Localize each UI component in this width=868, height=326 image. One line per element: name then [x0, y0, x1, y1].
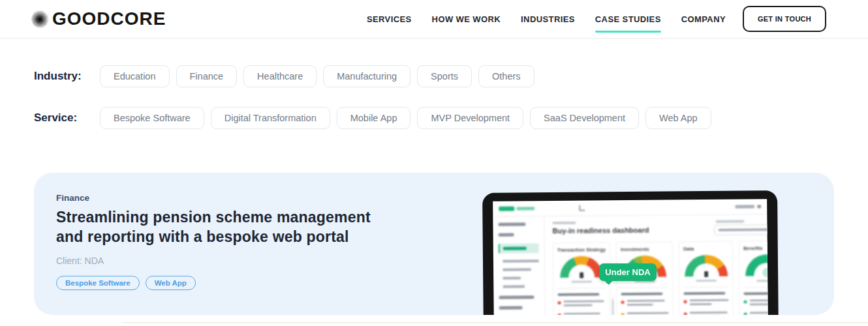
line	[690, 303, 712, 305]
chevron-down-icon	[757, 205, 761, 208]
industry-chip-others[interactable]: Others	[478, 65, 535, 87]
list-item	[744, 299, 768, 308]
industry-chip-manufacturing[interactable]: Manufacturing	[323, 65, 411, 87]
dashboard-heading: Buy-in readiness dashboard	[553, 226, 649, 235]
laptop-mockup: Buy-in readiness dashboard	[482, 190, 779, 315]
gauge-caption	[571, 281, 592, 283]
service-chip-saas-development[interactable]: SaaS Development	[530, 107, 639, 129]
nav-item-company[interactable]: COMPANY	[681, 14, 726, 24]
list-item-lines	[564, 312, 606, 315]
list-item	[684, 299, 729, 308]
goodcore-logo[interactable]: GOODCORE	[31, 8, 166, 29]
sidebar-subline	[503, 268, 531, 271]
line	[750, 312, 768, 314]
industry-chips: Education Finance Healthcare Manufacturi…	[100, 65, 535, 87]
dashboard-search-block	[715, 220, 768, 235]
red-bullet-icon	[558, 301, 561, 304]
sidebar-subline	[503, 259, 539, 262]
service-filter-row: Service: Bespoke Software Digital Transf…	[34, 107, 711, 129]
list-item-lines	[750, 299, 768, 308]
list-heading-placeholder	[621, 293, 663, 296]
industry-chip-healthcare[interactable]: Healthcare	[243, 65, 317, 87]
green-bullet-icon	[744, 300, 747, 303]
tag-bespoke-software[interactable]: Bespoke Software	[56, 276, 140, 290]
list-item-lines	[627, 312, 669, 315]
industry-chip-sports[interactable]: Sports	[417, 65, 472, 87]
gauge-value	[580, 273, 583, 278]
gauge-caption	[696, 280, 717, 282]
site-header: GOODCORE SERVICES HOW WE WORK INDUSTRIES…	[0, 0, 868, 39]
orange-bullet-icon	[621, 313, 625, 315]
list-item	[684, 312, 729, 315]
list-item	[557, 300, 606, 308]
list-item	[621, 299, 669, 308]
nav-item-how-we-work[interactable]: HOW WE WORK	[432, 14, 501, 24]
list-item	[621, 312, 669, 315]
list-item-lines	[750, 312, 768, 315]
search-text-placeholder	[719, 228, 768, 231]
tag-web-app[interactable]: Web App	[146, 276, 196, 290]
divider	[557, 288, 606, 289]
gauge-caption	[756, 280, 768, 282]
sidebar-line	[499, 233, 514, 237]
divider	[684, 287, 729, 288]
list-item	[744, 312, 768, 315]
gauge-card-title: Data	[683, 246, 728, 252]
divider	[621, 287, 669, 288]
nav-item-industries[interactable]: INDUSTRIES	[521, 14, 575, 24]
service-chip-mobile-app[interactable]: Mobile App	[337, 107, 411, 129]
case-study-tags: Bespoke Software Web App	[56, 276, 196, 290]
dashboard-gauge-cards: Transaction Strategy	[553, 241, 768, 315]
line	[750, 299, 768, 302]
industry-chip-finance[interactable]: Finance	[176, 65, 238, 87]
list-item-lines	[690, 312, 728, 315]
dashboard-heading-block: Buy-in readiness dashboard	[552, 221, 649, 237]
list-heading-placeholder	[744, 292, 768, 295]
case-study-title-line2: and reporting with a bespoke web portal	[56, 227, 371, 246]
dashboard-logo-suffix	[516, 207, 535, 210]
main-nav: SERVICES HOW WE WORK INDUSTRIES CASE STU…	[367, 14, 726, 24]
case-study-client: Client: NDA	[56, 256, 104, 266]
dashboard-screenshot: Buy-in readiness dashboard	[493, 199, 768, 315]
gauge-card-benefits: Benefits	[739, 241, 768, 315]
nav-item-case-studies[interactable]: CASE STUDIES	[595, 14, 661, 24]
service-chip-bespoke-software[interactable]: Bespoke Software	[100, 107, 204, 129]
service-chip-digital-transformation[interactable]: Digital Transformation	[211, 107, 330, 129]
list-heading-placeholder	[557, 293, 599, 296]
line	[690, 312, 728, 314]
service-chip-mvp-development[interactable]: MVP Development	[417, 107, 523, 129]
line	[690, 299, 729, 302]
sidebar-active-line	[503, 246, 527, 250]
divider	[744, 287, 768, 288]
case-study-category: Finance	[56, 193, 89, 203]
dashboard-sidebar	[493, 216, 546, 315]
sidebar-line	[499, 295, 534, 299]
search-label-placeholder	[716, 220, 745, 222]
line	[627, 300, 665, 303]
list-item	[558, 312, 606, 315]
laptop-screen: Buy-in readiness dashboard	[493, 199, 768, 315]
line	[627, 304, 653, 306]
red-bullet-icon	[558, 314, 561, 315]
service-chip-web-app[interactable]: Web App	[645, 107, 711, 129]
goodcore-logo-icon	[31, 10, 50, 28]
industry-filter-label: Industry:	[34, 70, 100, 83]
user-name-placeholder	[735, 205, 754, 208]
case-study-title-line1: Streamlining pension scheme management	[56, 207, 371, 227]
scrollbar[interactable]	[612, 299, 614, 315]
case-study-card[interactable]: Finance Streamlining pension scheme mana…	[34, 173, 834, 315]
industry-chip-education[interactable]: Education	[100, 65, 170, 87]
chart-icon	[579, 205, 585, 211]
section-divider	[121, 322, 868, 323]
sidebar-line	[498, 222, 525, 226]
red-bullet-icon	[684, 300, 687, 303]
gauge-value	[704, 271, 708, 277]
nav-item-services[interactable]: SERVICES	[367, 14, 412, 24]
list-item-lines	[690, 299, 729, 308]
dashboard-header-row: Buy-in readiness dashboard	[552, 220, 767, 237]
line	[564, 304, 593, 306]
dashboard-user-menu	[735, 205, 761, 208]
get-in-touch-button[interactable]: GET IN TOUCH	[743, 6, 826, 32]
sidebar-line	[499, 306, 523, 309]
under-nda-badge: Under NDA	[599, 263, 657, 281]
